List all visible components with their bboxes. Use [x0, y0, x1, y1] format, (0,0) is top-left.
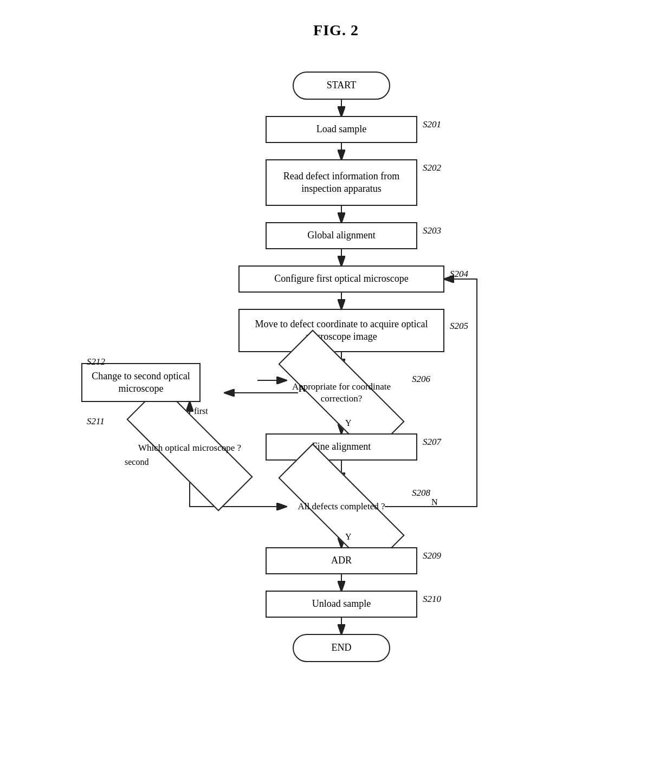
s206-diamond: Appropriate for coordinate correction? [276, 368, 406, 417]
s202-box: Read defect information from inspection … [266, 159, 417, 206]
s207-label: S207 [423, 437, 441, 448]
s208-n-label: N [431, 497, 438, 507]
s208-y-label: Y [345, 532, 352, 542]
s204-box: Configure first optical microscope [238, 265, 444, 293]
s205-label: S205 [450, 321, 468, 332]
s204-label: S204 [450, 269, 468, 280]
figure-title: FIG. 2 [33, 22, 639, 39]
s207-box: Fine alignment [266, 433, 417, 461]
flowchart: START Load sample S201 Read defect infor… [33, 55, 639, 770]
end-node: END [293, 634, 390, 662]
s206-label: S206 [412, 374, 430, 385]
first-label: first [194, 406, 208, 416]
s211-label: S211 [87, 416, 105, 427]
s209-box: ADR [266, 547, 417, 574]
s210-box: Unload sample [266, 591, 417, 618]
start-node: START [293, 72, 390, 100]
second-label: second [125, 457, 148, 467]
s209-label: S209 [423, 550, 441, 561]
s206-y-label: Y [345, 418, 352, 428]
s201-box: Load sample [266, 116, 417, 143]
s208-label: S208 [412, 488, 430, 498]
s202-label: S202 [423, 163, 441, 173]
s212-label: S212 [87, 357, 105, 367]
s208-diamond: All defects completed ? [276, 482, 406, 531]
s212-box: Change to second optical microscope [81, 363, 201, 402]
s205-box: Move to defect coordinate to acquire opt… [238, 309, 444, 352]
s203-box: Global alignment [266, 222, 417, 249]
s203-label: S203 [423, 225, 441, 236]
s210-label: S210 [423, 594, 441, 605]
s201-label: S201 [423, 119, 441, 130]
